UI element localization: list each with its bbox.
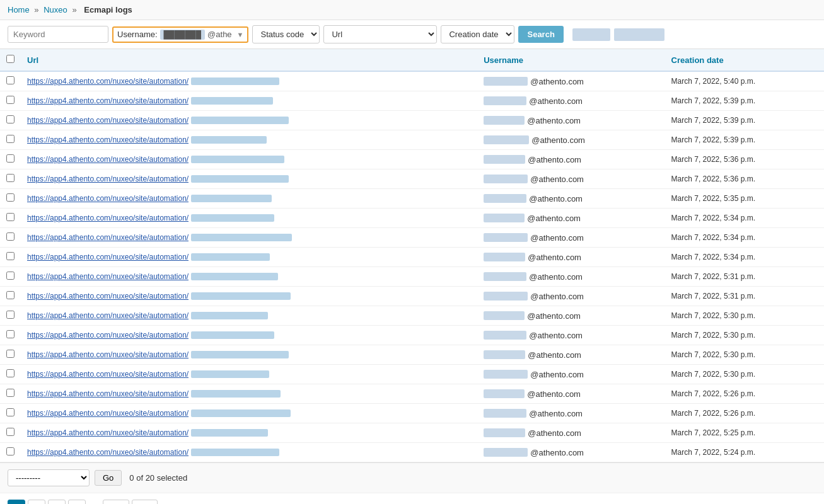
row-username-cell: @athento.com xyxy=(477,306,664,326)
breadcrumb-sep2: » xyxy=(72,5,76,14)
breadcrumb-home[interactable]: Home xyxy=(8,5,30,14)
row-url-link[interactable]: https://app4.athento.com/nuxeo/site/auto… xyxy=(27,214,189,222)
row-checkbox-cell xyxy=(0,130,21,150)
header-url[interactable]: Url xyxy=(21,49,477,71)
row-url-link[interactable]: https://app4.athento.com/nuxeo/site/auto… xyxy=(27,175,189,183)
creation-date-select[interactable]: Creation date xyxy=(441,25,514,43)
pagination-page-456[interactable]: 456 xyxy=(132,500,158,504)
row-checkbox[interactable] xyxy=(6,389,15,397)
breadcrumb-nuxeo[interactable]: Nuxeo xyxy=(44,5,67,14)
row-checkbox-cell xyxy=(0,384,21,404)
row-checkbox[interactable] xyxy=(6,369,15,377)
go-button[interactable]: Go xyxy=(95,470,122,486)
pagination-page-2[interactable]: 2 xyxy=(28,500,45,504)
row-checkbox-cell xyxy=(0,111,21,130)
row-username-blur xyxy=(484,292,528,301)
table-row: https://app4.athento.com/nuxeo/site/auto… xyxy=(0,267,824,287)
table-row: https://app4.athento.com/nuxeo/site/auto… xyxy=(0,404,824,423)
row-url-link[interactable]: https://app4.athento.com/nuxeo/site/auto… xyxy=(27,428,189,437)
username-filter[interactable]: Username: ███████ @athe ▼ xyxy=(112,26,248,43)
row-date-cell: March 7, 2022, 5:31 p.m. xyxy=(665,287,824,306)
row-url-bar xyxy=(191,156,284,163)
row-checkbox[interactable] xyxy=(6,115,15,123)
row-url-link[interactable]: https://app4.athento.com/nuxeo/site/auto… xyxy=(27,194,189,203)
table-row: https://app4.athento.com/nuxeo/site/auto… xyxy=(0,384,824,404)
row-url-link[interactable]: https://app4.athento.com/nuxeo/site/auto… xyxy=(27,155,189,164)
row-date-cell: March 7, 2022, 5:39 p.m. xyxy=(665,91,824,111)
row-url-link[interactable]: https://app4.athento.com/nuxeo/site/auto… xyxy=(27,292,189,301)
row-checkbox[interactable] xyxy=(6,330,15,338)
row-url-link[interactable]: https://app4.athento.com/nuxeo/site/auto… xyxy=(27,96,189,105)
row-date-cell: March 7, 2022, 5:30 p.m. xyxy=(665,345,824,365)
row-username-cell: @athento.com xyxy=(477,130,664,150)
bulk-action-select[interactable]: --------- xyxy=(8,469,90,486)
select-all-checkbox[interactable] xyxy=(6,55,15,63)
row-url-bar xyxy=(191,117,289,124)
row-url-link[interactable]: https://app4.athento.com/nuxeo/site/auto… xyxy=(27,389,189,398)
row-url-link[interactable]: https://app4.athento.com/nuxeo/site/auto… xyxy=(27,311,189,320)
row-url-link[interactable]: https://app4.athento.com/nuxeo/site/auto… xyxy=(27,370,189,379)
row-username-domain: @athento.com xyxy=(530,448,584,457)
row-url-link[interactable]: https://app4.athento.com/nuxeo/site/auto… xyxy=(27,77,189,86)
row-username-cell: @athento.com xyxy=(477,287,664,306)
header-creation-date[interactable]: Creation date xyxy=(665,49,824,71)
row-url-cell: https://app4.athento.com/nuxeo/site/auto… xyxy=(21,248,477,267)
row-url-cell: https://app4.athento.com/nuxeo/site/auto… xyxy=(21,130,477,150)
row-checkbox[interactable] xyxy=(6,76,15,84)
pagination-page-455[interactable]: 455 xyxy=(103,500,129,504)
pagination-page-4[interactable]: 4 xyxy=(68,500,86,504)
row-url-cell: https://app4.athento.com/nuxeo/site/auto… xyxy=(21,443,477,462)
row-url-link[interactable]: https://app4.athento.com/nuxeo/site/auto… xyxy=(27,135,189,144)
row-checkbox[interactable] xyxy=(6,447,15,455)
row-checkbox[interactable] xyxy=(6,154,15,163)
row-url-link[interactable]: https://app4.athento.com/nuxeo/site/auto… xyxy=(27,253,189,261)
row-username-domain: @athento.com xyxy=(527,389,581,399)
row-username-blur xyxy=(484,370,528,379)
row-checkbox-cell xyxy=(0,228,21,248)
row-checkbox-cell xyxy=(0,423,21,443)
row-url-link[interactable]: https://app4.athento.com/nuxeo/site/auto… xyxy=(27,409,189,418)
row-username-domain: @athento.com xyxy=(530,77,584,86)
row-checkbox[interactable] xyxy=(6,350,15,358)
row-date-cell: March 7, 2022, 5:34 p.m. xyxy=(665,209,824,228)
row-url-link[interactable]: https://app4.athento.com/nuxeo/site/auto… xyxy=(27,350,189,359)
row-url-bar xyxy=(191,370,269,378)
row-username-cell: @athento.com xyxy=(477,423,664,443)
row-url-link[interactable]: https://app4.athento.com/nuxeo/site/auto… xyxy=(27,448,189,457)
row-checkbox[interactable] xyxy=(6,232,15,241)
row-url-cell: https://app4.athento.com/nuxeo/site/auto… xyxy=(21,111,477,130)
row-url-link[interactable]: https://app4.athento.com/nuxeo/site/auto… xyxy=(27,116,189,125)
row-url-bar xyxy=(191,234,292,241)
row-url-cell: https://app4.athento.com/nuxeo/site/auto… xyxy=(21,209,477,228)
status-code-select[interactable]: Status code200400404500 xyxy=(252,25,320,43)
row-url-link[interactable]: https://app4.athento.com/nuxeo/site/auto… xyxy=(27,331,189,340)
row-checkbox-cell xyxy=(0,287,21,306)
row-checkbox[interactable] xyxy=(6,213,15,221)
row-checkbox[interactable] xyxy=(6,193,15,202)
row-checkbox[interactable] xyxy=(6,174,15,182)
row-url-link[interactable]: https://app4.athento.com/nuxeo/site/auto… xyxy=(27,272,189,281)
table-header: Url Username Creation date xyxy=(0,49,824,71)
row-url-bar xyxy=(191,449,279,456)
row-username-blur xyxy=(484,350,525,359)
row-username-cell: @athento.com xyxy=(477,228,664,248)
row-checkbox[interactable] xyxy=(6,291,15,299)
url-select[interactable]: Url xyxy=(323,25,437,43)
header-username[interactable]: Username xyxy=(477,49,664,71)
pagination-page-3[interactable]: 3 xyxy=(48,500,66,504)
search-button[interactable]: Search xyxy=(518,26,563,43)
table-row: https://app4.athento.com/nuxeo/site/auto… xyxy=(0,443,824,462)
row-url-cell: https://app4.athento.com/nuxeo/site/auto… xyxy=(21,365,477,384)
row-checkbox[interactable] xyxy=(6,135,15,143)
row-checkbox[interactable] xyxy=(6,408,15,416)
keyword-input[interactable] xyxy=(8,26,108,43)
row-checkbox[interactable] xyxy=(6,428,15,436)
row-checkbox[interactable] xyxy=(6,311,15,319)
row-username-blur xyxy=(484,135,529,144)
pagination-page-1[interactable]: 1 xyxy=(8,500,25,504)
row-checkbox[interactable] xyxy=(6,272,15,280)
row-checkbox[interactable] xyxy=(6,252,15,260)
row-url-link[interactable]: https://app4.athento.com/nuxeo/site/auto… xyxy=(27,233,189,242)
row-checkbox[interactable] xyxy=(6,96,15,104)
username-filter-suffix: @athe xyxy=(207,30,232,39)
